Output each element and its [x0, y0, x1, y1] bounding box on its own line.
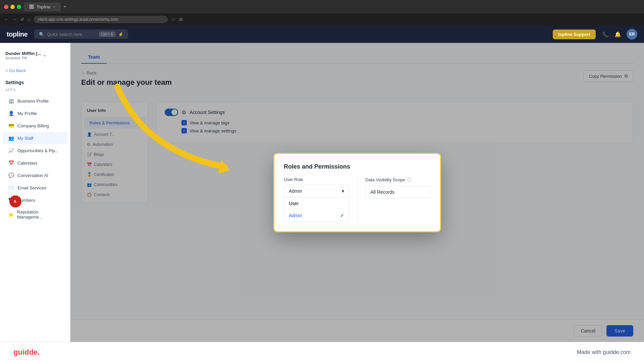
reputation-icon: ⭐: [8, 212, 14, 218]
back-nav-button[interactable]: ←: [4, 17, 9, 22]
sidebar-item-opportunities[interactable]: 📈 Opportunities & Pip...: [3, 144, 67, 157]
email-services-icon: ✉️: [8, 185, 14, 191]
app-header: topline 🔍 Quick search here Ctrl + K ⚡ t…: [0, 25, 644, 43]
business-profile-icon: 🏢: [8, 98, 14, 104]
dropdown-item-user[interactable]: User: [284, 197, 349, 209]
support-button[interactable]: topline Support: [553, 29, 596, 39]
tab-favicon: T: [29, 4, 34, 9]
admin-option-label: Admin: [289, 213, 302, 218]
avatar[interactable]: ER: [627, 29, 637, 40]
guidde-footer: guidde. Made with guidde.com: [0, 342, 644, 362]
reload-button[interactable]: ↺: [20, 17, 24, 22]
selected-checkmark-icon: ✓: [340, 213, 344, 218]
select-chevron-icon: ▾: [342, 188, 344, 194]
calendars-icon: 📅: [8, 160, 14, 166]
settings-section-title: Settings: [0, 76, 70, 87]
org-location: Scranton, PA: [5, 56, 41, 60]
sidebar-item-my-profile[interactable]: 👤 My Profile: [3, 107, 67, 119]
data-visibility-value: All Records: [371, 189, 395, 195]
my-profile-icon: 👤: [8, 110, 14, 116]
sidebar-item-numbers[interactable]: 📞 Numbers 9.: [3, 194, 67, 206]
browser-dots: [4, 5, 21, 9]
tab-title: Topline: [37, 4, 50, 9]
svg-marker-0: [218, 160, 230, 174]
address-text: client-app-crm-settings.leadconnectorhq.…: [38, 17, 118, 22]
user-role-dropdown: User Admin ✓: [284, 197, 349, 222]
dropdown-item-admin[interactable]: Admin ✓: [284, 209, 349, 222]
content-area: Team ← Back Edit or manage your team Cop…: [70, 43, 644, 342]
sidebar-item-calendars[interactable]: 📅 Calendars: [3, 157, 67, 169]
search-placeholder: Quick search here: [47, 32, 83, 37]
guidde-logo: guidde.: [13, 348, 40, 357]
sidebar-item-label: Email Services: [17, 185, 46, 190]
phone-icon[interactable]: 📞: [602, 31, 609, 38]
bookmark-icon[interactable]: ☆: [171, 17, 175, 22]
sidebar-item-business-profile[interactable]: 🏢 Business Profile: [3, 95, 67, 107]
sidebar-item-company-billing[interactable]: 💳 Company Billing: [3, 120, 67, 132]
browser-chrome: T Topline × +: [0, 0, 644, 13]
go-back-link[interactable]: < Go Back: [0, 65, 70, 76]
info-icon: ⓘ: [407, 177, 412, 183]
user-role-select[interactable]: Admin ▾: [284, 185, 349, 197]
header-icons: 📞 🔔 ER: [602, 29, 637, 40]
browser-tab[interactable]: T Topline ×: [24, 2, 61, 11]
my-staff-icon: 👥: [8, 135, 14, 141]
sidebar-item-label: Conversation AI: [17, 173, 48, 178]
address-input[interactable]: client-app-crm-settings.leadconnectorhq.…: [34, 16, 168, 23]
sidebar-item-label: Company Billing: [17, 123, 49, 128]
sidebar-item-email-services[interactable]: ✉️ Email Services: [3, 182, 67, 194]
apps-label: Apps: [0, 87, 70, 95]
sidebar-item-label: My Staff: [17, 136, 33, 141]
footer-made-with: Made with guidde.com: [577, 349, 631, 355]
data-visibility-select[interactable]: All Records: [366, 186, 431, 198]
bell-icon[interactable]: 🔔: [614, 31, 621, 38]
forward-nav-button[interactable]: →: [12, 17, 17, 22]
address-bar: ← → ↺ ⌂ client-app-crm-settings.leadconn…: [0, 13, 644, 25]
search-bar[interactable]: 🔍 Quick search here Ctrl + K ⚡: [34, 29, 128, 39]
modal-overlay: Roles and Permissions User Role Admin ▾: [70, 43, 644, 342]
search-shortcut-badge: Ctrl + K: [99, 32, 115, 37]
main-layout: Dunder Mifflin [... Scranton, PA ▾ < Go …: [0, 43, 644, 342]
modal-title: Roles and Permissions: [284, 163, 431, 170]
dot-green[interactable]: [17, 5, 21, 9]
sidebar-item-label: My Profile: [17, 111, 37, 116]
org-chevron-icon: ▾: [44, 53, 46, 58]
user-role-select-wrapper: Admin ▾ User Admin ✓: [284, 185, 349, 222]
org-name: Dunder Mifflin [...: [5, 51, 41, 56]
org-selector[interactable]: Dunder Mifflin [... Scranton, PA ▾: [0, 48, 70, 65]
sidebar-item-conversation-ai[interactable]: 💬 Conversation AI: [3, 169, 67, 181]
numbers-badge: 9.: [9, 195, 21, 207]
sidebar-item-reputation[interactable]: ⭐ Reputation Manageme...: [3, 206, 67, 223]
extensions-icon[interactable]: ⚙: [179, 17, 183, 22]
home-button[interactable]: ⌂: [28, 17, 30, 22]
user-option-label: User: [289, 201, 299, 206]
new-tab-button[interactable]: +: [63, 4, 66, 10]
sidebar-item-label: Reputation Manageme...: [17, 209, 62, 220]
tab-close-icon[interactable]: ×: [53, 5, 55, 9]
sidebar-item-my-staff[interactable]: 👥 My Staff: [3, 132, 67, 144]
annotation-arrow: [97, 76, 265, 210]
sidebar-item-label: Calendars: [17, 161, 37, 166]
user-role-label: User Role: [284, 177, 349, 182]
sidebar: Dunder Mifflin [... Scranton, PA ▾ < Go …: [0, 43, 70, 342]
sidebar-item-label: Business Profile: [17, 99, 49, 104]
search-icon: 🔍: [39, 32, 44, 37]
data-visibility-label: Data Visibility Scope: [366, 177, 405, 182]
company-billing-icon: 💳: [8, 123, 14, 129]
roles-permissions-modal: Roles and Permissions User Role Admin ▾: [273, 153, 441, 232]
dot-yellow[interactable]: [10, 5, 15, 9]
app-logo: topline: [7, 31, 28, 38]
conversation-ai-icon: 💬: [8, 172, 14, 178]
opportunities-icon: 📈: [8, 147, 14, 154]
selected-value: Admin: [289, 188, 302, 194]
dot-red[interactable]: [4, 5, 8, 9]
sidebar-item-label: Opportunities & Pip...: [17, 148, 59, 153]
modal-divider: [357, 177, 358, 222]
lightning-icon: ⚡: [118, 32, 123, 37]
